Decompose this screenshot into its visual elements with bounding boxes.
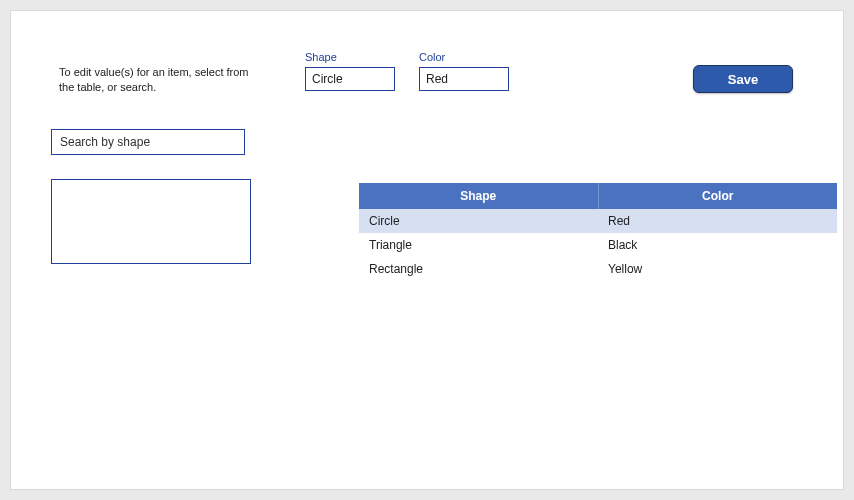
color-label: Color [419, 51, 509, 63]
cell-shape: Circle [359, 209, 598, 233]
app-canvas: To edit value(s) for an item, select fro… [10, 10, 844, 490]
items-table: Shape Color Circle Red Triangle Black Re… [359, 183, 837, 281]
cell-shape: Rectangle [359, 257, 598, 281]
search-input[interactable] [51, 129, 245, 155]
save-button[interactable]: Save [693, 65, 793, 93]
color-input[interactable] [419, 67, 509, 91]
table-header-shape: Shape [359, 183, 598, 209]
table-header-color: Color [598, 183, 837, 209]
cell-color: Yellow [598, 257, 837, 281]
table-header-row: Shape Color [359, 183, 837, 209]
instruction-text: To edit value(s) for an item, select fro… [59, 65, 249, 96]
table-row[interactable]: Rectangle Yellow [359, 257, 837, 281]
search-results-box[interactable] [51, 179, 251, 264]
cell-color: Red [598, 209, 837, 233]
cell-shape: Triangle [359, 233, 598, 257]
shape-label: Shape [305, 51, 395, 63]
shape-field-group: Shape [305, 51, 395, 91]
table-row[interactable]: Circle Red [359, 209, 837, 233]
cell-color: Black [598, 233, 837, 257]
shape-input[interactable] [305, 67, 395, 91]
color-field-group: Color [419, 51, 509, 91]
table-row[interactable]: Triangle Black [359, 233, 837, 257]
